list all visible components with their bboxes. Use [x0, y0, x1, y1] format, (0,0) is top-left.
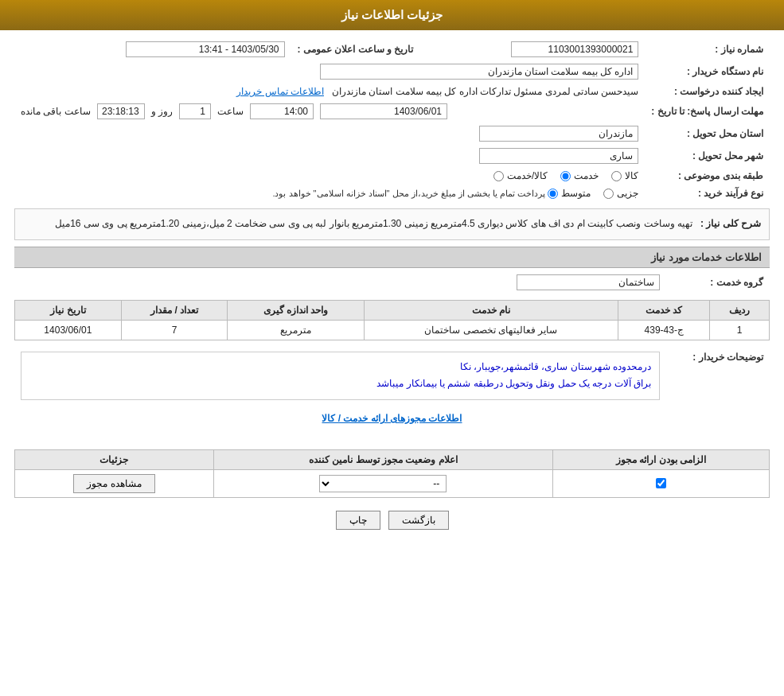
category-option-3: کالا/خدمت	[493, 170, 548, 181]
buyer-notes-row: توضیحات خریدار : درمحدوده شهرستان ساری، …	[14, 345, 770, 406]
category-radio-2[interactable]	[560, 171, 571, 181]
need-number-label: شماره نیاز :	[645, 38, 770, 60]
permits-cell-details: مشاهده مجوز	[15, 469, 214, 497]
process-radio-2[interactable]	[548, 189, 558, 199]
category-option-3-label: کالا/خدمت	[507, 170, 548, 181]
permits-cell-required	[552, 469, 769, 497]
process-option-2-label: متوسط	[561, 188, 591, 199]
days-label: روز و	[151, 106, 173, 117]
creator-label: ایجاد کننده درخواست :	[645, 83, 770, 100]
permits-col-required: الزامی بودن ارائه مجوز	[552, 449, 769, 469]
days-value: 1	[179, 103, 211, 119]
main-content: شماره نیاز : 1103001393000021 تاریخ و سا…	[0, 30, 784, 550]
cell-quantity: 7	[121, 320, 228, 340]
buyer-notes-box: درمحدوده شهرستان ساری، قائمشهر،جویبار، ن…	[21, 352, 660, 400]
need-number-value: 1103001393000021	[419, 38, 645, 60]
col-row-num: ردیف	[710, 300, 770, 320]
info-table: شماره نیاز : 1103001393000021 تاریخ و سا…	[14, 38, 770, 202]
city-label: شهر محل تحویل :	[645, 145, 770, 167]
announcement-datetime-label: تاریخ و ساعت اعلان عمومی :	[291, 38, 420, 60]
permits-table-row: -- مشاهده مجوز	[15, 469, 770, 497]
response-deadline-label: مهلت ارسال پاسخ: تا تاریخ :	[645, 100, 770, 122]
response-deadline-row: مهلت ارسال پاسخ: تا تاریخ : ساعت باقی ما…	[14, 100, 770, 122]
time-label: ساعت	[217, 106, 244, 117]
city-row: شهر محل تحویل : ساری	[14, 145, 770, 167]
province-label: استان محل تحویل :	[645, 122, 770, 145]
process-radio-1[interactable]	[603, 189, 614, 199]
required-checkbox-wrapper	[560, 478, 763, 488]
service-group-row: گروه خدمت : ساختمان	[14, 271, 770, 294]
col-unit: واحد اندازه گیری	[228, 300, 364, 320]
category-label: طبقه بندی موضوعی :	[645, 167, 770, 185]
creator-value: سیدحسن سادتی لمردی مسئول تدارکات اداره ک…	[14, 83, 645, 100]
process-option-1-label: جزیی	[617, 188, 638, 199]
page-wrapper: جزئیات اطلاعات نیاز شماره نیاز : 1103001…	[0, 0, 784, 696]
permits-table-head: الزامی بودن ارائه مجوز اعلام وضعیت مجوز …	[15, 449, 770, 469]
city-value: ساری	[14, 145, 645, 167]
creator-contact-link[interactable]: اطلاعات تماس خریدار	[236, 86, 324, 97]
category-option-1: کالا	[611, 170, 638, 181]
services-table-body: 1 ج-43-439 سایر فعالیتهای تخصصی ساختمان …	[15, 320, 770, 340]
page-header: جزئیات اطلاعات نیاز	[0, 0, 784, 30]
need-description-text: تهیه وساخت ونصب کابینت ام دی اف های کلاس…	[55, 218, 692, 229]
cell-service-name: سایر فعالیتهای تخصصی ساختمان	[364, 320, 618, 340]
buyer-org-label: نام دستگاه خریدار :	[645, 60, 770, 83]
need-number-input: 1103001393000021	[511, 41, 638, 57]
permits-section-link[interactable]: اطلاعات مجوزهای ارائه خدمت / کالا	[14, 413, 770, 424]
table-row: 1 ج-43-439 سایر فعالیتهای تخصصی ساختمان …	[15, 320, 770, 340]
remaining-value: 23:18:13	[97, 103, 145, 119]
category-radio-group: کالا/خدمت خدمت کالا	[493, 170, 638, 181]
col-quantity: تعداد / مقدار	[121, 300, 228, 320]
response-deadline-value: ساعت باقی مانده 23:18:13 روز و 1 ساعت 14…	[14, 100, 645, 122]
category-option-1-label: کالا	[625, 170, 638, 181]
permits-col-details: جزئیات	[15, 449, 214, 469]
buyer-org-row: نام دستگاه خریدار : اداره کل بیمه سلامت …	[14, 60, 770, 83]
process-type-row: نوع فرآیند خرید : متوسط جزیی پرداخت تمام…	[14, 185, 770, 202]
cell-service-code: ج-43-439	[618, 320, 710, 340]
creator-row: ایجاد کننده درخواست : سیدحسن سادتی لمردی…	[14, 83, 770, 100]
bottom-buttons: چاپ بازگشت	[14, 511, 770, 530]
category-option-2-label: خدمت	[574, 170, 599, 181]
page-title: جزئیات اطلاعات نیاز	[341, 8, 443, 21]
col-service-code: کد خدمت	[618, 300, 710, 320]
buyer-org-input: اداره کل بیمه سلامت استان مازندران	[320, 64, 638, 80]
buyer-notes-label: توضیحات خریدار :	[666, 345, 770, 406]
permits-table: الزامی بودن ارائه مجوز اعلام وضعیت مجوز …	[14, 449, 770, 498]
category-radio-1[interactable]	[611, 171, 622, 181]
process-type-label: نوع فرآیند خرید :	[645, 185, 770, 202]
view-permit-button[interactable]: مشاهده مجوز	[73, 474, 154, 493]
col-service-name: نام خدمت	[364, 300, 618, 320]
announcement-datetime-input: 1403/05/30 - 13:41	[126, 41, 285, 57]
creator-text: سیدحسن سادتی لمردی مسئول تدارکات اداره ک…	[332, 86, 638, 97]
services-table-head: ردیف کد خدمت نام خدمت واحد اندازه گیری ت…	[15, 300, 770, 320]
cell-date: 1403/06/01	[15, 320, 122, 340]
permits-cell-status: --	[213, 469, 552, 497]
status-select[interactable]: --	[319, 475, 447, 492]
province-row: استان محل تحویل : مازندران	[14, 122, 770, 145]
cell-row-num: 1	[710, 320, 770, 340]
need-description-label: شرح کلی نیاز :	[700, 218, 761, 229]
process-option-2: متوسط	[548, 188, 591, 199]
process-note: پرداخت تمام یا بخشی از مبلغ خرید،از محل …	[272, 189, 545, 198]
permits-col-status: اعلام وضعیت مجوز توسط نامین کننده	[213, 449, 552, 469]
buyer-notes-table: توضیحات خریدار : درمحدوده شهرستان ساری، …	[14, 345, 770, 406]
response-deadline-row-inner: ساعت باقی مانده 23:18:13 روز و 1 ساعت 14…	[21, 103, 638, 119]
service-group-label: گروه خدمت :	[666, 271, 770, 294]
category-option-2: خدمت	[560, 170, 599, 181]
permits-header-row: الزامی بودن ارائه مجوز اعلام وضعیت مجوز …	[15, 449, 770, 469]
print-button[interactable]: چاپ	[336, 511, 380, 530]
required-checkbox[interactable]	[656, 478, 666, 488]
category-radio-3[interactable]	[493, 171, 504, 181]
category-value: کالا/خدمت خدمت کالا	[14, 167, 645, 185]
need-description-box: شرح کلی نیاز : تهیه وساخت ونصب کابینت ام…	[14, 208, 770, 240]
cell-unit: مترمریع	[228, 320, 364, 340]
need-number-row: شماره نیاز : 1103001393000021 تاریخ و سا…	[14, 38, 770, 60]
province-input: مازندران	[479, 126, 638, 142]
back-button[interactable]: بازگشت	[388, 511, 449, 530]
service-group-value: ساختمان	[14, 271, 666, 294]
process-option-1: جزیی	[603, 188, 638, 199]
buyer-org-value: اداره کل بیمه سلامت استان مازندران	[14, 60, 645, 83]
col-date: تاریخ نیاز	[15, 300, 122, 320]
services-section-title: اطلاعات خدمات مورد نیاز	[14, 247, 770, 268]
province-value: مازندران	[14, 122, 645, 145]
